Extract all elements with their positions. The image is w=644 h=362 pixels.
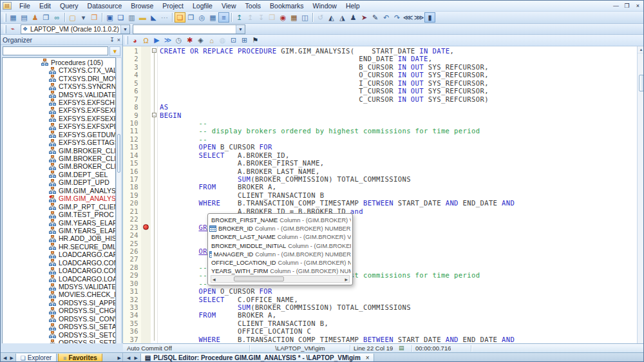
tree-item[interactable]: GIM.YEARS_ELAPSED_Y: [3, 227, 115, 234]
app-icon[interactable]: ▤: [3, 2, 12, 10]
session-new-icon[interactable]: ▦: [8, 12, 19, 23]
save-all-icon[interactable]: ❏: [115, 12, 126, 23]
code-line[interactable]: --: [160, 119, 637, 127]
tree-item[interactable]: EXFSYS.EXFSCHECK_PR: [3, 99, 115, 106]
code-line[interactable]: O_CURSOR IN OUT SYS_REFCURSOR,: [160, 71, 637, 79]
close-icon[interactable]: ×: [117, 37, 120, 43]
tree-item[interactable]: EXFSYS.EXFSXPDUMPTA: [3, 122, 115, 130]
tabs-scroll-left-icon[interactable]: ◀: [2, 356, 8, 361]
execute-icon[interactable]: ◕: [129, 35, 140, 46]
tabs-scroll-right-icon[interactable]: ▶: [8, 356, 14, 361]
menu-edit[interactable]: Edit: [35, 1, 55, 10]
session-open-icon[interactable]: ▤: [19, 12, 30, 23]
popup-horizontal-scrollbar[interactable]: ◀▶: [211, 275, 350, 283]
code-line[interactable]: --: [160, 135, 637, 143]
fold-collapse-icon[interactable]: −: [152, 113, 156, 117]
scrollbar-thumb[interactable]: [639, 75, 644, 91]
hint-icon[interactable]: ◍: [217, 35, 228, 46]
code-line[interactable]: CREATE OR REPLACE PROCEDURE GIM.GIM_ANAL…: [160, 47, 637, 55]
menu-window[interactable]: Window: [308, 1, 341, 10]
code-line[interactable]: A.BROKER_FIRST_NAME,: [160, 159, 637, 167]
tabs-overflow-icon[interactable]: ▶: [117, 356, 122, 361]
tree-item[interactable]: ORDSYS.SI_SETAVGCLR: [3, 323, 115, 330]
code-area[interactable]: 1234567891011121314151617181920212223242…: [123, 46, 637, 343]
code-line[interactable]: FROM BROKER A,: [160, 311, 637, 319]
scroll-up-icon[interactable]: ▲: [638, 46, 644, 53]
scrollbar-thumb[interactable]: [234, 276, 284, 281]
tree-item[interactable]: GIM.YEARS_ELAPSED: [3, 218, 115, 226]
code-line[interactable]: BEGIN: [160, 111, 637, 119]
pin-icon[interactable]: ↧: [109, 37, 115, 43]
code-editor[interactable]: CREATE OR REPLACE PROCEDURE GIM.GIM_ANAL…: [158, 46, 637, 343]
tree-item[interactable]: GIM.P_RPT_CLIENT_OR: [3, 202, 115, 210]
scroll-right-icon[interactable]: ▶: [345, 277, 348, 281]
menu-tools[interactable]: Tools: [241, 1, 266, 10]
code-line[interactable]: SELECT A.BROKER_ID,: [160, 151, 637, 159]
code-line[interactable]: FROM BROKER A,: [160, 183, 637, 191]
code-line[interactable]: OFFICE_LOCATION C: [160, 327, 637, 335]
team-coding-icon[interactable]: ≡: [218, 12, 229, 23]
menu-file[interactable]: File: [15, 1, 35, 10]
autocomplete-item[interactable]: BROKER_FIRST_NAMEColumn - (GIM.BROKER) V…: [209, 216, 351, 224]
panel-toggle-icon[interactable]: ▮: [424, 12, 435, 23]
close-tab-icon[interactable]: ×: [363, 354, 370, 361]
panel-tab-explorer[interactable]: ❏Explorer: [15, 354, 57, 362]
autocomplete-item[interactable]: BROKER_IDColumn - (GIM.BROKER) NUMBER: [209, 224, 351, 233]
run-to-end-icon[interactable]: ≫: [162, 35, 173, 46]
code-line[interactable]: SUM(BROKER_COMMISSION) TOTAL_COMMISSIONS: [160, 175, 637, 183]
tree-item[interactable]: LOADCARGO.LOAD_CA: [3, 274, 115, 282]
user-add-icon[interactable]: ♟: [348, 12, 359, 23]
scroll-left-icon[interactable]: ◀: [213, 277, 216, 281]
tree-item[interactable]: GIM.DEPT_UPD: [3, 178, 115, 186]
code-line[interactable]: OPEN B_CURSOR FOR: [160, 143, 637, 151]
get-latest-icon[interactable]: ❒: [267, 12, 278, 23]
find-all-icon[interactable]: ◮: [337, 12, 348, 23]
tree-item[interactable]: ORDSYS.SI_CONVERTFC: [3, 315, 115, 323]
menu-help[interactable]: Help: [341, 1, 365, 10]
find-next-icon[interactable]: ◭: [326, 12, 337, 23]
check-out-icon[interactable]: ↥: [245, 12, 256, 23]
debug-bug-icon[interactable]: ✱: [184, 35, 195, 46]
breakpoint-icon[interactable]: [143, 224, 149, 230]
tree-item[interactable]: LOADCARGO.COMPUT: [3, 259, 115, 267]
code-line[interactable]: B_CURSOR IN OUT SYS_REFCURSOR,: [160, 63, 637, 71]
more-icon[interactable]: ⋯: [159, 12, 170, 23]
code-line[interactable]: T_CURSOR IN OUT SYS_REFCURSOR,: [160, 87, 637, 95]
breakpoint-margin[interactable]: [141, 46, 151, 343]
wizard-icon[interactable]: ⌂: [206, 35, 217, 46]
tree-item[interactable]: ORDSYS.SI_SETCLRHST: [3, 330, 115, 338]
open-document-icon[interactable]: ❒: [89, 12, 100, 23]
tree-item[interactable]: GIM.BROKER_CLIENT_B: [3, 146, 115, 154]
autocomplete-item[interactable]: BROKER_MIDDLE_INITIALColumn - (GIM.BROKE…: [209, 242, 351, 250]
user-wizard-icon[interactable]: ♟: [30, 12, 41, 23]
tree-item[interactable]: CTXSYS.CTX_VALIDATE: [3, 66, 115, 74]
outdent-icon[interactable]: ⋙: [413, 12, 424, 23]
tree-item[interactable]: HR.ADD_JOB_HISTORY: [3, 234, 115, 242]
output-window-icon[interactable]: ▦: [207, 12, 218, 23]
schema-combobox[interactable]: ▼: [133, 24, 245, 34]
tree-item[interactable]: LOADCARGO.COMPUT: [3, 267, 115, 274]
tree-item[interactable]: EXFSYS.EXFSEXPCORRC: [3, 106, 115, 114]
code-line[interactable]: CLIENT_TRANSACTION B: [160, 191, 637, 199]
profiler-icon[interactable]: ⚑: [250, 35, 261, 46]
code-line[interactable]: OPEN O_CURSOR FOR: [160, 287, 637, 295]
check-in-icon[interactable]: ↥: [234, 12, 245, 23]
tree-item[interactable]: EXFSYS.GETTAGSARRO: [3, 138, 115, 146]
search-window-icon[interactable]: ◎: [196, 12, 207, 23]
code-line[interactable]: SELECT C.OFFICE_NAME,: [160, 296, 637, 303]
tree-item[interactable]: GIM.TEST_PROC: [3, 211, 115, 218]
fold-collapse-icon[interactable]: −: [152, 48, 156, 53]
undo-checkout-icon[interactable]: ↧: [256, 12, 267, 23]
doc-scroll-right-icon[interactable]: ▶: [133, 356, 138, 361]
menu-project[interactable]: Project: [158, 1, 188, 10]
import-icon[interactable]: ◣: [148, 12, 159, 23]
mail-icon[interactable]: ▬: [137, 12, 148, 23]
restore-button[interactable]: ❐: [622, 2, 632, 10]
browser-window-icon[interactable]: ❐: [185, 12, 196, 23]
tree-item[interactable]: DMSYS.VALIDATE_ODM: [3, 90, 115, 98]
tree-item[interactable]: GIM.GIM_ANALYSIS: [3, 187, 115, 195]
fold-margin[interactable]: −−: [151, 46, 158, 343]
code-window-icon[interactable]: ⊡: [228, 35, 239, 46]
print-icon[interactable]: ▥: [126, 12, 137, 23]
chevron-down-icon[interactable]: ▼: [236, 25, 245, 33]
